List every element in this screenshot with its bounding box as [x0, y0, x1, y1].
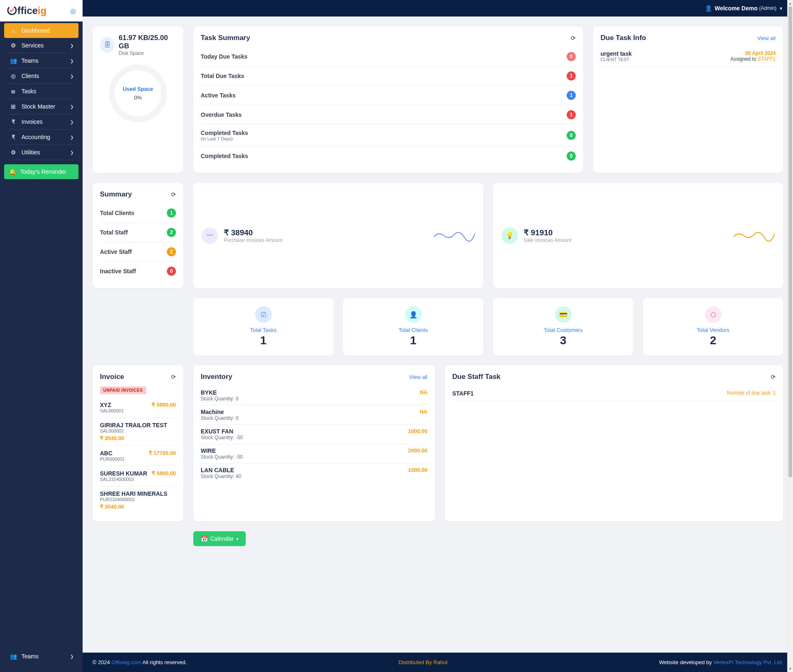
role-text: (Admin) [759, 5, 776, 11]
scroll-thumb[interactable] [788, 7, 792, 477]
invoice-item[interactable]: SURESH KUMARSAL2324000003₹ 5900.00 [100, 466, 176, 486]
welcome-text: Welcome Demo [715, 5, 757, 12]
summary-row[interactable]: Inactive Staff0 [100, 262, 176, 281]
invoice-name: SHREE HARI MINERALS [100, 490, 176, 497]
scrollbar[interactable]: ▴ ▾ [787, 0, 793, 672]
reminder-label: Today's Reminder [20, 168, 66, 175]
invoice-amount: ₹ 3540.00 [100, 435, 176, 441]
sidebar-bottom-teams[interactable]: 👥 Teams ❯ [4, 649, 78, 664]
nav-icon: 👥 [9, 57, 17, 64]
due-staff-card: Due Staff Task ⟳ STAFF1Number of due tas… [445, 365, 783, 521]
vertexpi-link[interactable]: VertexPi Technology Pvt. Ltd. [713, 659, 783, 665]
distributed-by: Distributed By Rahul [187, 659, 659, 665]
inventory-item[interactable]: EXUST FANStock Quantity: -501000.00 [201, 425, 427, 444]
stat-card[interactable]: 👤Total Clients1 [343, 298, 483, 355]
row-sub: (In Last 7 Days) [201, 136, 248, 141]
sidebar-item-stock-master[interactable]: ⊞Stock Master❯ [4, 99, 78, 114]
sidebar-item-accounting[interactable]: ₹Accounting❯ [4, 130, 78, 144]
sparkline [734, 230, 775, 242]
due-staff-item[interactable]: STAFF1Number of due task: 1 [452, 386, 776, 401]
disk-space-card: 🗄 61.97 KB/25.00 GB Disk Space Used Spac… [93, 26, 183, 173]
kpi-card: 💡₹ 91910Sale Invoices Amount [493, 183, 783, 288]
scroll-up-icon[interactable]: ▴ [788, 0, 793, 7]
sidebar-item-services[interactable]: ⚙Services❯ [4, 38, 78, 53]
stat-icon: 💳 [555, 306, 572, 323]
nav-label: Accounting [21, 134, 50, 140]
view-all-link[interactable]: View all [409, 374, 427, 380]
sidebar-item-clients[interactable]: ◎Clients❯ [4, 69, 78, 83]
invoice-item[interactable]: XYZSAL000001₹ 5900.00 [100, 398, 176, 418]
refresh-icon[interactable]: ⟳ [771, 374, 776, 380]
invoice-item[interactable]: GIRIRAJ TRAILOR TESTSAL000002₹ 3540.00 [100, 418, 176, 446]
row-label: Total Due Tasks [201, 73, 244, 79]
user-menu[interactable]: 👤 Welcome Demo (Admin) ▼ [705, 5, 783, 12]
stat-value: 3 [501, 334, 625, 347]
chevron-right-icon: ❯ [70, 59, 74, 63]
scroll-down-icon[interactable]: ▾ [788, 665, 793, 672]
invoice-item[interactable]: SHREE HARI MINERALSPUR2324000002₹ 3540.0… [100, 486, 176, 514]
kpi-label: Purchase Invoices Amount [224, 237, 283, 243]
stat-card[interactable]: ⬡Total Vendors2 [643, 298, 783, 355]
task-summary-row[interactable]: Today Due Tasks0 [201, 47, 576, 66]
inventory-item[interactable]: WIREStock Quantity: -502000.00 [201, 444, 427, 464]
calendar-label: Calendar [210, 535, 234, 542]
task-summary-row[interactable]: Overdue Tasks1 [201, 105, 576, 125]
sidebar-item-dashboard[interactable]: ⌂Dashboard [4, 23, 78, 38]
count-badge: 1 [567, 110, 576, 119]
invoice-item[interactable]: ABCPUR000001₹ 17700.00 [100, 446, 176, 466]
caret-down-icon: ▾ [236, 537, 238, 541]
stat-card[interactable]: ☑Total Tasks1 [193, 298, 333, 355]
invoice-title: Invoice [100, 373, 124, 381]
stat-label: Total Tasks [202, 327, 325, 333]
row-label: Active Tasks [201, 92, 236, 99]
sidebar-item-utilities[interactable]: ⚙Utilities❯ [4, 145, 78, 160]
count-badge: 0 [567, 131, 576, 140]
refresh-icon[interactable]: ⟳ [171, 191, 176, 198]
inventory-qty: Stock Quantity: 40 [201, 473, 241, 479]
summary-row[interactable]: Total Staff2 [100, 223, 176, 242]
view-all-link[interactable]: View all [757, 35, 776, 41]
invoice-name: SURESH KUMAR [100, 470, 147, 477]
due-task-item[interactable]: urgent taskCLIENT TEST05 April 2024Assig… [601, 47, 776, 67]
officeig-link[interactable]: Officeig.com [112, 659, 141, 665]
inventory-value: NA [420, 389, 427, 395]
nav-icon: ⚙ [9, 42, 17, 49]
nav-icon: ₹ [9, 134, 17, 140]
summary-row[interactable]: Total Clients1 [100, 203, 176, 223]
inventory-item[interactable]: BYKEStock Quantity: 0NA [201, 386, 427, 405]
stat-card[interactable]: 💳Total Customers3 [493, 298, 633, 355]
nav-icon: ◎ [9, 73, 17, 79]
sidebar-item-invoices[interactable]: ₹Invoices❯ [4, 114, 78, 129]
sidebar-collapse-icon[interactable]: ◎ [70, 7, 76, 15]
inventory-item[interactable]: MachineStock Quantity: 0NA [201, 405, 427, 425]
sidebar-item-tasks[interactable]: ≣Tasks [4, 84, 78, 99]
used-space-pct: 0% [134, 95, 142, 101]
invoice-amount: ₹ 3540.00 [100, 504, 176, 510]
invoice-ref: PUR2324000002 [100, 497, 176, 502]
nav-icon: ⊞ [9, 103, 17, 110]
refresh-icon[interactable]: ⟳ [571, 35, 576, 41]
count-badge: 2 [167, 247, 176, 256]
inventory-qty: Stock Quantity: -50 [201, 454, 243, 460]
inventory-value: 2000.00 [408, 447, 427, 454]
task-summary-row[interactable]: Active Tasks1 [201, 86, 576, 105]
summary-row[interactable]: Active Staff2 [100, 242, 176, 262]
todays-reminder-button[interactable]: 🔔 Today's Reminder [4, 164, 78, 179]
row-label: Today Due Tasks [201, 53, 247, 60]
count-badge: 0 [567, 151, 576, 161]
refresh-icon[interactable]: ⟳ [171, 374, 176, 380]
calendar-button[interactable]: 📅 Calendar ▾ [193, 531, 246, 546]
inventory-item[interactable]: LAN CABLEStock Quantity: 401000.00 [201, 464, 427, 483]
task-summary-row[interactable]: Total Due Tasks1 [201, 66, 576, 86]
teams-icon: 👥 [9, 653, 17, 660]
used-space-label: Used Space [123, 86, 153, 92]
count-badge: 1 [567, 71, 576, 80]
task-summary-row[interactable]: Completed Tasks0 [201, 147, 576, 166]
invoice-name: ABC [100, 450, 125, 457]
summary-title: Summary [100, 190, 132, 199]
task-summary-row[interactable]: Completed Tasks(In Last 7 Days)0 [201, 125, 576, 147]
invoice-ref: SAL000001 [100, 408, 124, 413]
sidebar-item-teams[interactable]: 👥Teams❯ [4, 53, 78, 68]
chevron-right-icon: ❯ [70, 120, 74, 124]
chevron-right-icon: ❯ [70, 135, 74, 140]
